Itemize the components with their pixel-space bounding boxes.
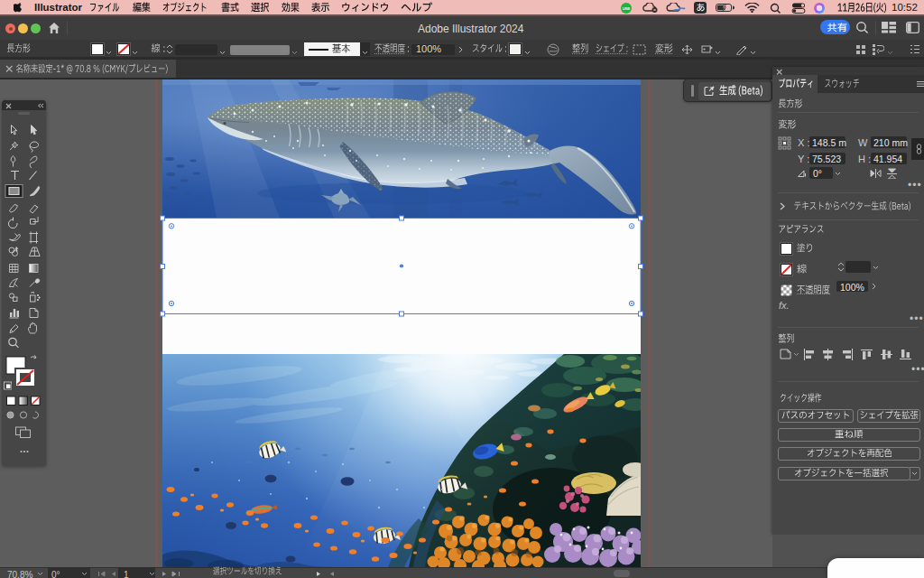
svg-text:LINE: LINE <box>623 6 631 10</box>
